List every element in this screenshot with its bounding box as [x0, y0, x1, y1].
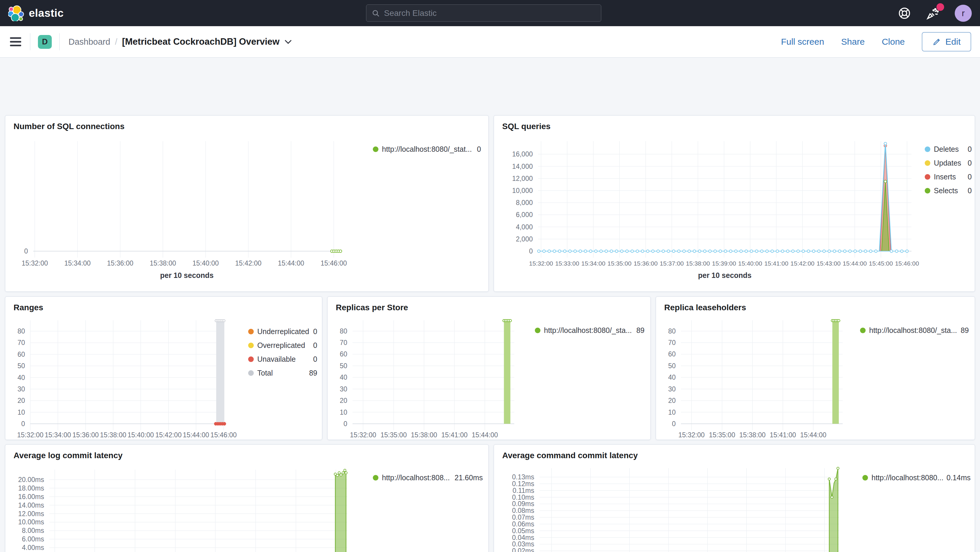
legend-value: 0 — [477, 145, 481, 154]
user-avatar[interactable]: r — [955, 5, 972, 22]
chevron-down-icon[interactable] — [284, 39, 292, 45]
legend-label: http://localhost:8080/_sta... — [869, 326, 957, 335]
chart-legend: http://localhost:8080/_sta... 89 — [535, 326, 644, 340]
legend-color-dot — [925, 146, 930, 152]
legend-item[interactable]: Overreplicated 0 — [248, 341, 317, 350]
help-button[interactable] — [898, 6, 911, 20]
replicas-per-store-chart[interactable]: 15:32:0015:35:0015:38:0015:41:0015:44:00… — [328, 297, 651, 440]
svg-text:15:35:00: 15:35:00 — [709, 431, 735, 439]
svg-text:14,000: 14,000 — [512, 162, 533, 170]
notification-dot — [937, 3, 944, 11]
svg-text:30: 30 — [340, 385, 347, 393]
share-button[interactable]: Share — [841, 37, 865, 47]
svg-text:0.04ms: 0.04ms — [512, 534, 534, 541]
svg-text:15:38:00: 15:38:00 — [686, 260, 710, 267]
svg-text:0.10ms: 0.10ms — [512, 493, 534, 501]
svg-text:15:36:00: 15:36:00 — [72, 431, 99, 439]
svg-text:15:44:00: 15:44:00 — [183, 431, 209, 439]
svg-text:6.00ms: 6.00ms — [22, 535, 44, 543]
svg-text:0: 0 — [672, 420, 676, 428]
full-screen-button[interactable]: Full screen — [781, 37, 824, 47]
search-input[interactable] — [384, 8, 596, 18]
panel-replica-leaseholders: Replica leaseholders 15:32:0015:35:0015:… — [656, 296, 975, 440]
legend-item[interactable]: http://localhost:8080... 0.14ms — [862, 474, 970, 482]
legend-color-dot — [862, 475, 868, 480]
panel-title[interactable]: SQL queries — [502, 122, 550, 131]
svg-text:15:38:00: 15:38:00 — [150, 259, 176, 267]
top-header: elastic r — [0, 0, 980, 26]
sql-connections-chart[interactable]: 15:32:0015:34:0015:36:0015:38:0015:40:00… — [5, 116, 488, 291]
svg-text:12.00ms: 12.00ms — [18, 510, 44, 518]
breadcrumb: Dashboard / [Metricbeat CockroachDB] Ove… — [68, 37, 292, 47]
svg-text:15:46:00: 15:46:00 — [210, 431, 237, 439]
legend-color-dot — [925, 160, 930, 166]
breadcrumb-separator: / — [115, 37, 117, 47]
svg-text:15:41:00: 15:41:00 — [441, 431, 468, 439]
legend-item[interactable]: http://localhost:8080/_stat... 0 — [373, 145, 481, 154]
chart-legend: http://localhost:8080/_sta... 89 — [860, 326, 969, 340]
sql-queries-chart[interactable]: 15:32:0015:33:0015:34:0015:35:0015:36:00… — [494, 116, 975, 291]
legend-label: Overreplicated — [257, 341, 305, 350]
panel-title[interactable]: Replicas per Store — [336, 303, 408, 312]
legend-label: Updates — [934, 159, 961, 167]
svg-text:15:37:00: 15:37:00 — [660, 260, 684, 267]
svg-text:15:36:00: 15:36:00 — [634, 260, 658, 267]
replica-leaseholders-chart[interactable]: 15:32:0015:35:0015:38:0015:41:0015:44:00… — [656, 297, 975, 440]
chart-legend: http://localhost:808... 21.60ms — [373, 474, 483, 487]
chart-legend: http://localhost:8080/_stat... 0 — [373, 145, 481, 159]
panel-title[interactable]: Ranges — [14, 303, 43, 312]
breadcrumb-dashboard-link[interactable]: Dashboard — [68, 37, 110, 47]
legend-label: Selects — [934, 186, 958, 195]
legend-item[interactable]: Underreplicated 0 — [248, 327, 317, 336]
global-search[interactable] — [366, 5, 601, 22]
legend-item[interactable]: Total 89 — [248, 369, 317, 377]
svg-text:15:40:00: 15:40:00 — [127, 431, 154, 439]
legend-item[interactable]: Inserts 0 — [925, 173, 972, 181]
panel-title[interactable]: Average command commit latency — [502, 451, 638, 460]
legend-item[interactable]: Deletes 0 — [925, 145, 972, 154]
legend-value: 0 — [968, 186, 972, 195]
panel-title[interactable]: Replica leaseholders — [664, 303, 746, 312]
svg-text:10.00ms: 10.00ms — [18, 518, 44, 526]
log-commit-latency-chart[interactable]: 15:32:0015:34:0015:36:0015:38:0015:40:00… — [5, 445, 488, 552]
legend-item[interactable]: http://localhost:808... 21.60ms — [373, 474, 483, 482]
svg-text:15:34:00: 15:34:00 — [64, 259, 91, 267]
page-title[interactable]: [Metricbeat CockroachDB] Overview — [122, 37, 280, 47]
svg-text:15:32:00: 15:32:00 — [678, 431, 705, 439]
panel-title[interactable]: Number of SQL connections — [14, 122, 125, 131]
newsfeed-button[interactable] — [926, 6, 940, 20]
svg-text:30: 30 — [18, 385, 25, 393]
legend-item[interactable]: http://localhost:8080/_sta... 89 — [860, 326, 969, 335]
legend-item[interactable]: Unavailable 0 — [248, 355, 317, 363]
svg-text:15:43:00: 15:43:00 — [816, 260, 841, 267]
chart-legend: Deletes 0 Updates 0 Inserts 0 Selects 0 — [925, 145, 972, 200]
svg-text:2,000: 2,000 — [516, 235, 533, 243]
divider — [59, 33, 60, 50]
pencil-icon — [932, 37, 941, 46]
svg-text:15:40:00: 15:40:00 — [738, 260, 762, 267]
edit-button[interactable]: Edit — [922, 32, 971, 51]
panel-title[interactable]: Average log commit latency — [14, 451, 123, 460]
legend-label: Total — [257, 369, 273, 377]
legend-color-dot — [373, 475, 379, 480]
legend-value: 0.14ms — [947, 474, 970, 482]
legend-color-dot — [248, 343, 254, 348]
command-commit-latency-chart[interactable]: 15:32:0015:34:0015:36:0015:38:0015:40:00… — [494, 445, 975, 552]
elastic-brand[interactable]: elastic — [8, 5, 64, 21]
legend-item[interactable]: Updates 0 — [925, 159, 972, 167]
svg-text:0.08ms: 0.08ms — [512, 507, 534, 514]
menu-button[interactable] — [9, 36, 22, 48]
svg-text:0: 0 — [344, 420, 347, 428]
clone-button[interactable]: Clone — [882, 37, 905, 47]
legend-value: 0 — [313, 355, 317, 363]
legend-item[interactable]: Selects 0 — [925, 186, 972, 195]
svg-text:80: 80 — [668, 327, 676, 335]
svg-text:14.00ms: 14.00ms — [18, 501, 44, 509]
brand-name: elastic — [29, 7, 64, 19]
svg-text:15:32:00: 15:32:00 — [529, 260, 553, 267]
svg-text:70: 70 — [668, 339, 676, 347]
svg-text:0.11ms: 0.11ms — [512, 487, 534, 494]
dashboards-badge[interactable]: D — [38, 35, 52, 49]
legend-item[interactable]: http://localhost:8080/_sta... 89 — [535, 326, 644, 335]
svg-text:15:36:00: 15:36:00 — [107, 259, 134, 267]
